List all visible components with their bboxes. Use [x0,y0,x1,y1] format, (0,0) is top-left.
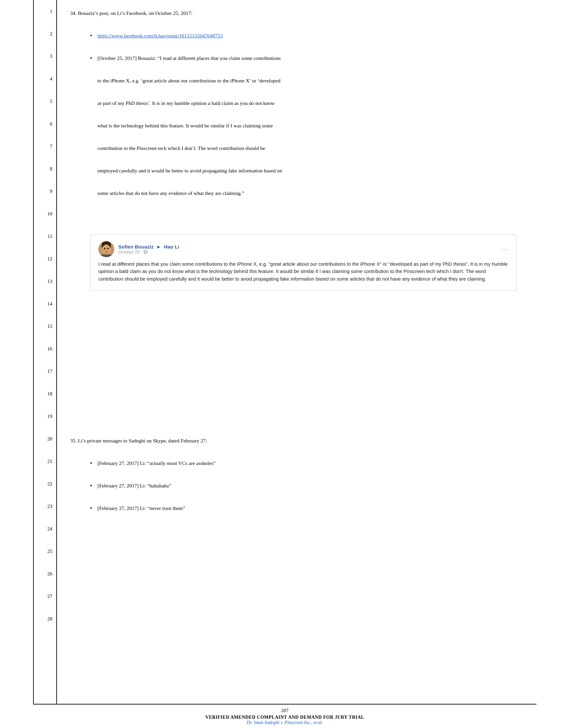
content-area: 34. Bouaziz’s post, on Li’s Facebook, on… [57,0,537,704]
line-10: 10 [34,203,56,225]
skype-message-1: [February 27, 2017] Li: “actually most V… [97,459,215,468]
row-7: • contribution to the Pinscreen tech whi… [70,142,517,164]
bouaziz-continuation-8: • employed carefully and it would be bet… [70,167,282,175]
row-27 [70,592,517,614]
line-25: 25 [34,540,56,563]
fb-separator-dot: · [141,250,142,254]
fb-author-name: Sofien Bouaziz [118,244,154,250]
svg-point-7 [107,248,109,250]
row-5: • as part of my PhD thesis’. It is in my… [70,97,517,119]
bouaziz-continuation-7: • contribution to the Pinscreen tech whi… [70,144,265,153]
bouaziz-quote-line-3: as part of my PhD thesis’. It is in my h… [97,99,274,108]
page: 1 2 3 4 5 6 7 8 9 10 11 12 13 14 15 16 1… [0,0,563,728]
row-2: • https://www.facebook.com/li.hao/posts/… [70,29,517,52]
line-2: 2 [34,23,56,45]
line-8: 8 [34,158,56,180]
row-10 [70,209,517,232]
line-5: 5 [34,90,56,113]
svg-point-8 [106,250,107,251]
line-19: 19 [34,405,56,428]
page-footer: 207 VERIFIED AMENDED COMPLAINT AND DEMAN… [33,704,537,728]
globe-icon [143,250,148,254]
line-28: 28 [34,608,56,630]
row-26 [70,569,517,592]
line-14: 14 [34,293,56,315]
line-21: 21 [34,450,56,473]
bouaziz-continuation-6: • what is the technology behind this fea… [70,122,273,130]
avatar [98,241,114,257]
row-21: • [February 27, 2017] Li: “actually most… [70,457,517,479]
line-13: 13 [34,270,56,293]
fb-name-area: Sofien Bouaziz ► Hao Li October 25 · [118,244,179,254]
line-11: 11 [34,225,56,248]
bullet-symbol-22: • [90,482,92,489]
line-numbers: 1 2 3 4 5 6 7 8 9 10 11 12 13 14 15 16 1… [34,0,57,704]
bouaziz-continuation-9: • some articles that do not have any evi… [70,189,244,198]
bouaziz-quote-line-4: what is the technology behind this featu… [97,122,272,130]
row-23: • [February 27, 2017] Li: “never trust t… [70,502,517,524]
line-17: 17 [34,360,56,383]
bullet-link-item: • https://www.facebook.com/li.hao/posts/… [70,32,223,40]
row-1: 34. Bouaziz’s post, on Li’s Facebook, on… [70,7,517,29]
bullet-symbol-2: • [90,55,92,62]
bouaziz-quote-block: • [October 25, 2017] Bouaziz: “I read at… [70,52,517,209]
line-23: 23 [34,495,56,518]
row-20: 35. Li’s private messages to Sadeghi on … [70,434,517,457]
fb-post-body: I read at different places that you clai… [98,260,508,283]
fb-arrow: ► [156,244,161,250]
avatar-image [98,241,114,257]
footer-case-name: Dr. Iman Sadeghi v. Pinscreen Inc., et a… [247,720,323,725]
line-3: 3 [34,45,56,68]
skype-message-2: [February 27, 2017] Li: “hahahaha” [97,482,171,490]
fb-date: October 25 [118,250,139,254]
skype-bullet-2: • [February 27, 2017] Li: “hahahaha” [70,482,171,490]
fb-header-left: Sofien Bouaziz ► Hao Li October 25 · [98,241,179,257]
row-9: • some articles that do not have any evi… [70,187,517,209]
footer-page-number: 207 [281,708,289,713]
line-22: 22 [34,473,56,495]
line-15: 15 [34,315,56,338]
bullet-symbol: • [90,32,92,39]
bouaziz-quote-line-2: to the iPhone X, e.g. ‘great article abo… [97,77,280,85]
bouaziz-quote-line-1: [October 25, 2017] Bouaziz: “I read at d… [97,54,280,63]
row-22: • [February 27, 2017] Li: “hahahaha” [70,479,517,502]
bouaziz-bullet: • [October 25, 2017] Bouaziz: “I read at… [70,54,281,63]
row-6: • what is the technology behind this fea… [70,119,517,142]
line-9: 9 [34,180,56,203]
fb-post-header: Sofien Bouaziz ► Hao Li October 25 · [98,241,508,257]
svg-rect-10 [101,254,112,257]
facebook-link[interactable]: https://www.facebook.com/li.hao/posts/10… [97,32,222,40]
fb-card-row-group: Sofien Bouaziz ► Hao Li October 25 · [70,232,517,412]
row-4: • to the iPhone X, e.g. ‘great article a… [70,74,517,97]
fb-poster-names: Sofien Bouaziz ► Hao Li [118,244,179,250]
bouaziz-continuation-5: • as part of my PhD thesis’. It is in my… [70,99,274,108]
bouaziz-quote-line-5: contribution to the Pinscreen tech which… [97,144,265,153]
line-12: 12 [34,248,56,270]
fb-recipient-name: Hao Li [164,244,179,250]
row-19 [70,412,517,434]
row-3: • [October 25, 2017] Bouaziz: “I read at… [70,52,517,74]
line-1: 1 [34,0,56,23]
line-18: 18 [34,383,56,405]
facebook-url[interactable]: https://www.facebook.com/li.hao/posts/10… [97,33,222,38]
row-25 [70,547,517,569]
line-24: 24 [34,518,56,540]
bullet-symbol-21: • [90,460,92,467]
bouaziz-continuation-4: • to the iPhone X, e.g. ‘great article a… [70,77,280,85]
bullet-symbol-23: • [90,505,92,512]
footer-document-title: VERIFIED AMENDED COMPLAINT AND DEMAND FO… [205,715,364,720]
line-16: 16 [34,338,56,360]
svg-point-6 [104,248,105,250]
line-26: 26 [34,563,56,585]
row-24 [70,524,517,547]
facebook-post-card: Sofien Bouaziz ► Hao Li October 25 · [90,234,517,291]
fb-card-container: Sofien Bouaziz ► Hao Li October 25 · [70,232,517,412]
row-8: • employed carefully and it would be bet… [70,164,517,187]
bouaziz-quote-line-7: some articles that do not have any evide… [97,189,244,198]
skype-message-3: [February 27, 2017] Li: “never trust the… [97,504,185,513]
bouaziz-quote-line-6: employed carefully and it would be bette… [97,167,282,175]
line-7: 7 [34,135,56,158]
line-4: 4 [34,68,56,90]
row-28 [70,614,517,637]
fb-options-dots[interactable]: ··· [501,246,508,253]
